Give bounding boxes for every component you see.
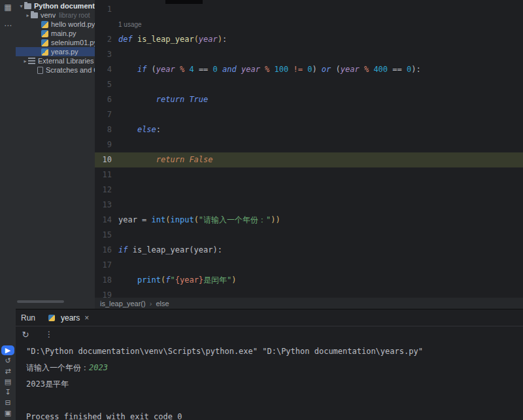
- code-token: [175, 65, 180, 74]
- code-token: is_leap_year: [137, 35, 194, 44]
- code-text: print(f"{year}是闰年"): [118, 273, 523, 288]
- project-tool-icon[interactable]: ▦: [2, 2, 14, 12]
- pycharm-window: ▦⋯ ▶↺⇄▤↧⊟▣ ▾Python documentation▸venvlib…: [0, 0, 523, 420]
- code-line-16[interactable]: 16if is_leap_year(year):: [95, 243, 523, 258]
- project-tool-window: ▾Python documentation▸venvlibrary roothe…: [16, 0, 95, 310]
- code-token: :: [156, 125, 161, 134]
- gutter-line-number[interactable]: [95, 17, 118, 32]
- code-token: ):: [411, 65, 420, 74]
- code-line-13[interactable]: 13: [95, 198, 523, 213]
- code-token: ": [171, 275, 175, 285]
- code-line-6[interactable]: 6 return True: [95, 92, 523, 107]
- tree-item-label: venv: [41, 11, 56, 19]
- gutter-line-number[interactable]: 10: [95, 152, 118, 167]
- code-line-12[interactable]: 12: [95, 183, 523, 198]
- run-tool-icon[interactable]: ▶: [1, 345, 14, 355]
- tree-item-venv[interactable]: ▸venvlibrary root: [16, 10, 95, 20]
- project-horizontal-scrollbar[interactable]: [17, 300, 64, 303]
- gutter-line-number[interactable]: 5: [95, 77, 118, 92]
- chevron-icon[interactable]: ▸: [22, 58, 28, 64]
- gutter-line-number[interactable]: 13: [95, 198, 118, 213]
- run-tab-bar: Run years ×: [16, 309, 523, 326]
- tree-item-project-root[interactable]: ▾Python documentation: [16, 1, 95, 10]
- code-line-3[interactable]: 3: [95, 47, 523, 62]
- rerun-icon[interactable]: ↻: [20, 328, 31, 340]
- gutter-line-number[interactable]: 1: [95, 2, 118, 17]
- gutter-line-number[interactable]: 14: [95, 213, 118, 228]
- gutter-line-number[interactable]: 15: [95, 228, 118, 243]
- code-line-14[interactable]: 14year = int(input("请输入一个年份：")): [95, 213, 523, 228]
- scratch-file-icon: [37, 67, 43, 74]
- python-file-icon: [41, 21, 48, 28]
- code-token: year: [199, 35, 218, 44]
- terminal-icon[interactable]: ▣: [2, 408, 14, 418]
- gutter-line-number[interactable]: 12: [95, 183, 118, 198]
- code-text: [118, 2, 523, 17]
- gutter-line-number[interactable]: 7: [95, 107, 118, 122]
- gutter-line-number[interactable]: 17: [95, 258, 118, 273]
- code-token: ): [312, 65, 321, 74]
- code-line-8[interactable]: 8 else:: [95, 122, 523, 137]
- gutter-line-number[interactable]: 9: [95, 137, 118, 152]
- gutter-line-number[interactable]: 18: [95, 273, 118, 288]
- code-line-1[interactable]: 1: [95, 2, 523, 17]
- code-line-7[interactable]: 7: [95, 107, 523, 122]
- tree-item-label: selenium01.py: [51, 39, 95, 46]
- code-line-5[interactable]: 5: [95, 77, 523, 92]
- tree-item-main[interactable]: main.py: [16, 29, 95, 38]
- tree-item-hello-world[interactable]: hello world.py: [16, 20, 95, 29]
- code-token: ==: [388, 65, 407, 74]
- code-line-15[interactable]: 15: [95, 228, 523, 243]
- gutter-line-number[interactable]: 8: [95, 122, 118, 137]
- tree-item-scratches[interactable]: Scratches and Consoles: [16, 65, 95, 75]
- tree-item-external-libraries[interactable]: ▸External Libraries: [16, 56, 95, 65]
- code-token: [118, 125, 137, 134]
- code-line-17[interactable]: 17: [95, 258, 523, 273]
- gutter-line-number[interactable]: 6: [95, 92, 118, 107]
- code-token: input: [171, 215, 194, 224]
- code-token: is_leap_year(year):: [127, 245, 222, 254]
- soft-wrap-icon[interactable]: ⇄: [2, 366, 14, 376]
- code-editor[interactable]: 11 usage2def is_leap_year(year):34 if (y…: [95, 0, 523, 300]
- code-token: print: [137, 275, 161, 285]
- python-file-icon: [41, 30, 48, 37]
- print-icon[interactable]: ⊟: [2, 398, 14, 408]
- code-token: and: [222, 65, 237, 74]
- code-text: [118, 107, 523, 122]
- tree-item-selenium01[interactable]: selenium01.py: [16, 38, 95, 47]
- chevron-icon[interactable]: ▾: [18, 3, 24, 9]
- gutter-line-number[interactable]: 4: [95, 62, 118, 77]
- more-tool-windows-icon[interactable]: ⋯: [2, 20, 14, 31]
- python-console-icon[interactable]: ↺: [2, 356, 14, 366]
- usage-hint-line[interactable]: 1 usage: [95, 17, 523, 32]
- code-line-9[interactable]: 9: [95, 137, 523, 152]
- code-text: [118, 137, 523, 152]
- gutter-line-number[interactable]: 11: [95, 167, 118, 183]
- code-token: 是闰年": [203, 275, 231, 285]
- code-text: [118, 77, 523, 92]
- gutter-line-number[interactable]: 2: [95, 32, 118, 47]
- code-line-18[interactable]: 18 print(f"{year}是闰年"): [95, 273, 523, 288]
- code-text: if is_leap_year(year):: [118, 243, 523, 258]
- code-line-2[interactable]: 2def is_leap_year(year):: [95, 32, 523, 47]
- services-icon[interactable]: ▤: [2, 377, 14, 387]
- code-token: int: [152, 215, 166, 224]
- more-options-icon[interactable]: ⋮: [43, 328, 55, 340]
- breadcrumb-item[interactable]: else: [156, 300, 169, 307]
- run-tab-years[interactable]: years ×: [43, 309, 94, 326]
- usage-hint[interactable]: 1 usage: [118, 17, 523, 32]
- gutter-line-number[interactable]: 16: [95, 243, 118, 258]
- tree-item-years[interactable]: years.py: [16, 47, 95, 56]
- close-tab-icon[interactable]: ×: [84, 313, 89, 323]
- scroll-to-end-icon[interactable]: ↧: [2, 387, 14, 397]
- code-line-10[interactable]: 10 return False: [95, 152, 523, 167]
- code-token: ): [231, 275, 236, 285]
- code-text: [118, 167, 523, 183]
- chevron-icon[interactable]: ▸: [25, 12, 31, 18]
- run-console[interactable]: "D:\Python documentation\venv\Scripts\py…: [16, 343, 523, 420]
- code-token: or: [322, 65, 331, 74]
- gutter-line-number[interactable]: 3: [95, 47, 118, 62]
- code-line-11[interactable]: 11: [95, 167, 523, 183]
- breadcrumb-item[interactable]: is_leap_year(): [100, 300, 146, 307]
- code-line-4[interactable]: 4 if (year % 4 == 0 and year % 100 != 0)…: [95, 62, 523, 77]
